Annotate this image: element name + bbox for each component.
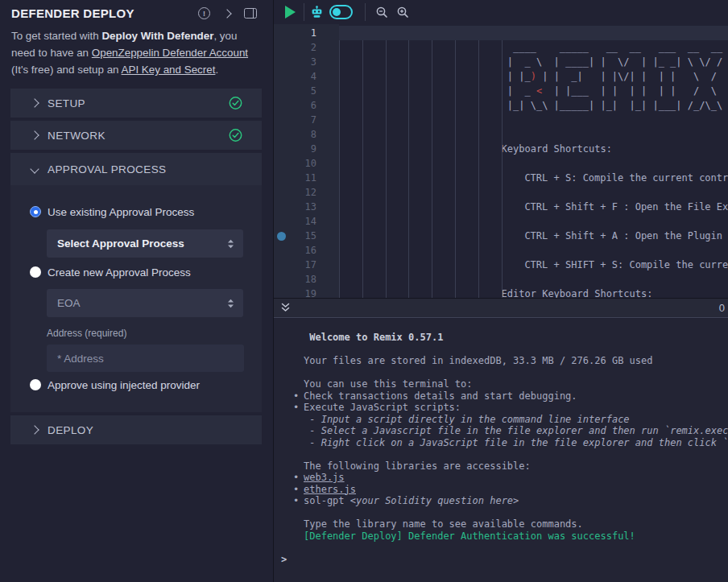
terminal-text: <your Solidity question here> <box>350 495 519 506</box>
robot-icon <box>310 6 324 19</box>
run-script-button[interactable] <box>274 0 296 24</box>
code-editor[interactable]: 12 ____ _____ __ __ ___ __ __3 | _ \ | _… <box>274 24 728 298</box>
section-label: DEPLOY <box>48 424 93 436</box>
section-network[interactable]: NETWORK <box>10 121 262 150</box>
line-number[interactable]: 9 <box>290 142 316 156</box>
terminal-text: Type the library name to see available c… <box>304 518 583 530</box>
terminal-line: - Select a Javascript file in the file e… <box>304 425 728 437</box>
terminal-line: - Right click on a JavaScript file in th… <box>304 437 728 449</box>
select-arrows-icon <box>227 238 234 249</box>
approval-type-select[interactable]: EOA <box>47 289 243 317</box>
terminal-link[interactable]: web3.js <box>304 472 345 483</box>
line-number[interactable]: 5 <box>290 84 316 98</box>
line-number[interactable]: 1 <box>290 26 316 40</box>
panel-title: DEFENDER DEPLOY <box>11 6 134 20</box>
network-complete-icon <box>229 129 242 142</box>
option-use-existing[interactable]: Use existing Approval Process <box>10 204 262 220</box>
indent-guide <box>362 40 363 298</box>
setup-complete-icon <box>229 97 242 110</box>
section-deploy[interactable]: DEPLOY <box>10 415 262 444</box>
terminal-line: •ethers.js <box>304 484 728 496</box>
radio-injected-provider[interactable] <box>30 379 41 390</box>
info-icon[interactable]: ! <box>198 7 210 19</box>
address-label: Address (required) <box>47 328 262 340</box>
editor-line: 1 <box>274 26 728 40</box>
breakpoint-dot[interactable] <box>277 232 286 241</box>
section-approval-process[interactable]: APPROVAL PROCESS <box>10 153 262 185</box>
indent-guide <box>478 40 479 298</box>
option-create-new[interactable]: Create new Approval Process <box>10 264 262 280</box>
terminal-text: > <box>281 554 287 565</box>
intro-segment: Deploy With Defender <box>101 30 213 42</box>
line-number[interactable]: 13 <box>290 200 316 214</box>
terminal-line: You can use this terminal to: <box>304 378 728 390</box>
toolbar-divider <box>365 3 366 21</box>
radio-use-existing[interactable] <box>30 206 41 217</box>
zoom-out-icon <box>375 6 389 19</box>
line-number[interactable]: 2 <box>290 40 316 55</box>
line-number[interactable]: 14 <box>290 214 316 229</box>
chevron-right-icon[interactable] <box>222 9 231 18</box>
terminal-line <box>304 448 728 460</box>
line-number[interactable]: 4 <box>290 69 316 84</box>
line-number[interactable]: 8 <box>290 127 316 142</box>
terminal-line: The following libraries are accessible: <box>304 460 728 473</box>
line-number[interactable]: 12 <box>290 185 316 200</box>
terminal-text: [Defender Deploy] Defender Authenticatio… <box>304 530 635 542</box>
option-injected-provider[interactable]: Approve using injected provider <box>10 377 262 393</box>
terminal-line <box>304 507 728 519</box>
address-input[interactable] <box>47 345 244 372</box>
radio-create-new[interactable] <box>30 266 41 278</box>
approval-process-select[interactable]: Select Approval Process <box>47 229 243 258</box>
terminal-prompt: > <box>281 554 728 566</box>
chevron-down-icon <box>30 164 39 173</box>
terminal-output[interactable]: Welcome to Remix 0.57.1Your files are st… <box>274 319 728 582</box>
terminal-line <box>304 542 728 554</box>
line-number[interactable]: 19 <box>290 287 316 298</box>
terminal-text: The following libraries are accessible: <box>304 460 531 472</box>
terminal-text: - Right click on a JavaScript file in th… <box>304 437 728 448</box>
terminal-line: •Execute JavaScript scripts: <box>304 402 728 414</box>
section-setup[interactable]: SETUP <box>10 89 262 118</box>
terminal-line: Welcome to Remix 0.57.1 <box>304 332 728 344</box>
intro-segment: To get started with <box>11 30 101 42</box>
terminal-line <box>304 367 728 379</box>
terminal-line: •Check transactions details and start de… <box>304 390 728 402</box>
terminal-line: •sol-gpt <your Solidity question here> <box>304 495 728 507</box>
terminal-bar[interactable]: 0 <box>274 299 728 318</box>
line-number[interactable]: 15 <box>290 229 316 243</box>
line-number[interactable]: 3 <box>290 55 316 69</box>
terminal-line: - Input a script directly in the command… <box>304 414 728 426</box>
sidebar-link[interactable]: OpenZeppelin Defender Account <box>92 47 248 59</box>
play-icon <box>285 6 296 19</box>
line-number[interactable]: 11 <box>290 171 316 185</box>
line-number[interactable]: 18 <box>290 272 316 287</box>
chevron-right-icon <box>30 98 39 107</box>
panel-layout-icon[interactable] <box>244 8 257 19</box>
intro-segment: . <box>215 64 218 76</box>
terminal-line: Type the library name to see available c… <box>304 518 728 530</box>
remix-ide-window: DEFENDER DEPLOY ! To get started with De… <box>0 0 728 582</box>
terminal-link[interactable]: ethers.js <box>304 484 356 495</box>
terminal-text: - Input a script directly in the command… <box>304 414 630 425</box>
section-label: APPROVAL PROCESS <box>48 163 166 175</box>
chevron-right-icon <box>30 425 39 434</box>
option-label: Approve using injected provider <box>48 379 200 391</box>
line-number[interactable]: 10 <box>290 156 316 171</box>
sidebar-link[interactable]: API Key and Secret <box>122 64 216 76</box>
line-number[interactable]: 6 <box>290 98 316 113</box>
editor-toolbar <box>274 0 728 24</box>
terminal-line: Your files are stored in indexedDB, 33.3… <box>304 355 728 367</box>
line-number[interactable]: 17 <box>290 258 316 272</box>
ai-copilot-button[interactable] <box>310 0 324 24</box>
indent-guide <box>408 40 409 298</box>
zoom-out-button[interactable] <box>375 0 389 24</box>
zoom-in-button[interactable] <box>396 0 410 24</box>
terminal-line: [Defender Deploy] Defender Authenticatio… <box>304 530 728 543</box>
ai-copilot-toggle[interactable] <box>324 0 353 24</box>
line-number[interactable]: 7 <box>290 113 316 127</box>
line-number[interactable]: 16 <box>290 243 316 258</box>
indent-guide <box>455 40 456 298</box>
terminal-collapse-button[interactable] <box>280 303 291 313</box>
chevron-right-icon <box>30 130 39 139</box>
